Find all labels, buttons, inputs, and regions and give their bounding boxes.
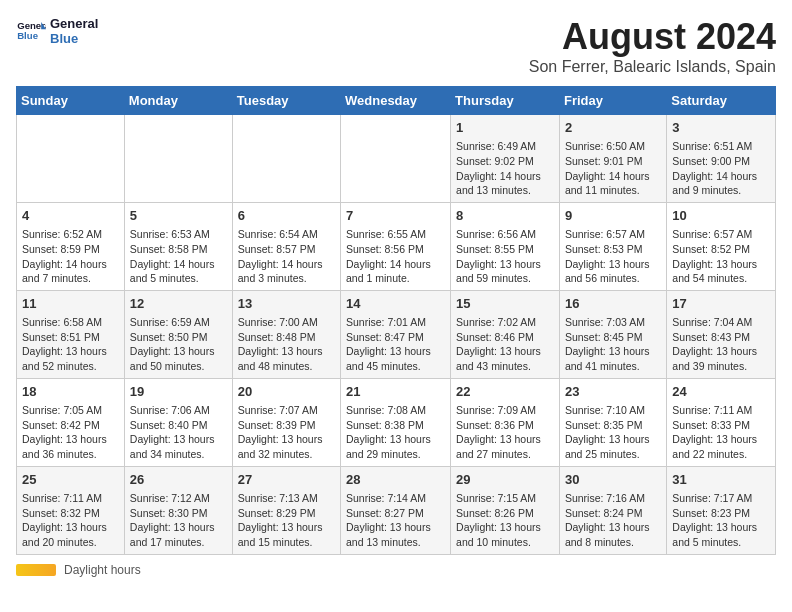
- day-number: 22: [456, 383, 554, 401]
- day-number: 5: [130, 207, 227, 225]
- cell-content: Sunrise: 7:16 AM Sunset: 8:24 PM Dayligh…: [565, 491, 661, 550]
- day-number: 18: [22, 383, 119, 401]
- cell-content: Sunrise: 7:08 AM Sunset: 8:38 PM Dayligh…: [346, 403, 445, 462]
- cell-content: Sunrise: 6:51 AM Sunset: 9:00 PM Dayligh…: [672, 139, 770, 198]
- calendar-cell: 24Sunrise: 7:11 AM Sunset: 8:33 PM Dayli…: [667, 378, 776, 466]
- calendar-cell: 27Sunrise: 7:13 AM Sunset: 8:29 PM Dayli…: [232, 466, 340, 554]
- calendar-cell: 11Sunrise: 6:58 AM Sunset: 8:51 PM Dayli…: [17, 290, 125, 378]
- cell-content: Sunrise: 6:58 AM Sunset: 8:51 PM Dayligh…: [22, 315, 119, 374]
- day-number: 6: [238, 207, 335, 225]
- day-number: 24: [672, 383, 770, 401]
- main-title: August 2024: [529, 16, 776, 58]
- day-number: 3: [672, 119, 770, 137]
- calendar-cell: 19Sunrise: 7:06 AM Sunset: 8:40 PM Dayli…: [124, 378, 232, 466]
- calendar-cell: 29Sunrise: 7:15 AM Sunset: 8:26 PM Dayli…: [451, 466, 560, 554]
- cell-content: Sunrise: 7:09 AM Sunset: 8:36 PM Dayligh…: [456, 403, 554, 462]
- calendar-cell: 1Sunrise: 6:49 AM Sunset: 9:02 PM Daylig…: [451, 115, 560, 203]
- cell-content: Sunrise: 6:53 AM Sunset: 8:58 PM Dayligh…: [130, 227, 227, 286]
- logo: General Blue General Blue: [16, 16, 98, 46]
- calendar-cell: 8Sunrise: 6:56 AM Sunset: 8:55 PM Daylig…: [451, 202, 560, 290]
- calendar-cell: 4Sunrise: 6:52 AM Sunset: 8:59 PM Daylig…: [17, 202, 125, 290]
- cell-content: Sunrise: 6:52 AM Sunset: 8:59 PM Dayligh…: [22, 227, 119, 286]
- calendar-header-row: SundayMondayTuesdayWednesdayThursdayFrid…: [17, 87, 776, 115]
- cell-content: Sunrise: 6:59 AM Sunset: 8:50 PM Dayligh…: [130, 315, 227, 374]
- day-number: 11: [22, 295, 119, 313]
- calendar-cell: 20Sunrise: 7:07 AM Sunset: 8:39 PM Dayli…: [232, 378, 340, 466]
- day-number: 25: [22, 471, 119, 489]
- day-number: 2: [565, 119, 661, 137]
- logo-text-blue: Blue: [50, 31, 98, 46]
- calendar-cell: 22Sunrise: 7:09 AM Sunset: 8:36 PM Dayli…: [451, 378, 560, 466]
- cell-content: Sunrise: 7:00 AM Sunset: 8:48 PM Dayligh…: [238, 315, 335, 374]
- logo-text-general: General: [50, 16, 98, 31]
- cell-content: Sunrise: 7:07 AM Sunset: 8:39 PM Dayligh…: [238, 403, 335, 462]
- day-header-saturday: Saturday: [667, 87, 776, 115]
- calendar-cell: 26Sunrise: 7:12 AM Sunset: 8:30 PM Dayli…: [124, 466, 232, 554]
- calendar-cell: 14Sunrise: 7:01 AM Sunset: 8:47 PM Dayli…: [341, 290, 451, 378]
- calendar-week-3: 11Sunrise: 6:58 AM Sunset: 8:51 PM Dayli…: [17, 290, 776, 378]
- day-number: 26: [130, 471, 227, 489]
- day-number: 28: [346, 471, 445, 489]
- subtitle: Son Ferrer, Balearic Islands, Spain: [529, 58, 776, 76]
- calendar-week-2: 4Sunrise: 6:52 AM Sunset: 8:59 PM Daylig…: [17, 202, 776, 290]
- cell-content: Sunrise: 6:49 AM Sunset: 9:02 PM Dayligh…: [456, 139, 554, 198]
- day-number: 9: [565, 207, 661, 225]
- cell-content: Sunrise: 7:06 AM Sunset: 8:40 PM Dayligh…: [130, 403, 227, 462]
- day-number: 7: [346, 207, 445, 225]
- daylight-bar-icon: [16, 564, 56, 576]
- calendar-week-1: 1Sunrise: 6:49 AM Sunset: 9:02 PM Daylig…: [17, 115, 776, 203]
- day-number: 14: [346, 295, 445, 313]
- day-number: 23: [565, 383, 661, 401]
- svg-text:Blue: Blue: [17, 30, 38, 41]
- day-number: 8: [456, 207, 554, 225]
- daylight-label: Daylight hours: [64, 563, 141, 577]
- calendar-cell: 5Sunrise: 6:53 AM Sunset: 8:58 PM Daylig…: [124, 202, 232, 290]
- calendar-cell: 6Sunrise: 6:54 AM Sunset: 8:57 PM Daylig…: [232, 202, 340, 290]
- cell-content: Sunrise: 7:04 AM Sunset: 8:43 PM Dayligh…: [672, 315, 770, 374]
- calendar-cell: 7Sunrise: 6:55 AM Sunset: 8:56 PM Daylig…: [341, 202, 451, 290]
- day-number: 21: [346, 383, 445, 401]
- calendar-cell: 25Sunrise: 7:11 AM Sunset: 8:32 PM Dayli…: [17, 466, 125, 554]
- day-header-wednesday: Wednesday: [341, 87, 451, 115]
- calendar-week-4: 18Sunrise: 7:05 AM Sunset: 8:42 PM Dayli…: [17, 378, 776, 466]
- calendar-cell: 31Sunrise: 7:17 AM Sunset: 8:23 PM Dayli…: [667, 466, 776, 554]
- calendar-cell: 12Sunrise: 6:59 AM Sunset: 8:50 PM Dayli…: [124, 290, 232, 378]
- cell-content: Sunrise: 6:55 AM Sunset: 8:56 PM Dayligh…: [346, 227, 445, 286]
- day-number: 13: [238, 295, 335, 313]
- day-number: 12: [130, 295, 227, 313]
- calendar-cell: 21Sunrise: 7:08 AM Sunset: 8:38 PM Dayli…: [341, 378, 451, 466]
- day-header-tuesday: Tuesday: [232, 87, 340, 115]
- calendar-cell: 15Sunrise: 7:02 AM Sunset: 8:46 PM Dayli…: [451, 290, 560, 378]
- calendar-cell: 13Sunrise: 7:00 AM Sunset: 8:48 PM Dayli…: [232, 290, 340, 378]
- title-section: August 2024 Son Ferrer, Balearic Islands…: [529, 16, 776, 76]
- day-header-monday: Monday: [124, 87, 232, 115]
- calendar-cell: 10Sunrise: 6:57 AM Sunset: 8:52 PM Dayli…: [667, 202, 776, 290]
- cell-content: Sunrise: 7:11 AM Sunset: 8:33 PM Dayligh…: [672, 403, 770, 462]
- day-number: 29: [456, 471, 554, 489]
- calendar-cell: [17, 115, 125, 203]
- cell-content: Sunrise: 6:57 AM Sunset: 8:52 PM Dayligh…: [672, 227, 770, 286]
- day-header-thursday: Thursday: [451, 87, 560, 115]
- cell-content: Sunrise: 7:01 AM Sunset: 8:47 PM Dayligh…: [346, 315, 445, 374]
- cell-content: Sunrise: 7:11 AM Sunset: 8:32 PM Dayligh…: [22, 491, 119, 550]
- cell-content: Sunrise: 6:56 AM Sunset: 8:55 PM Dayligh…: [456, 227, 554, 286]
- day-number: 27: [238, 471, 335, 489]
- calendar-table: SundayMondayTuesdayWednesdayThursdayFrid…: [16, 86, 776, 555]
- day-number: 16: [565, 295, 661, 313]
- cell-content: Sunrise: 7:02 AM Sunset: 8:46 PM Dayligh…: [456, 315, 554, 374]
- calendar-body: 1Sunrise: 6:49 AM Sunset: 9:02 PM Daylig…: [17, 115, 776, 555]
- cell-content: Sunrise: 7:10 AM Sunset: 8:35 PM Dayligh…: [565, 403, 661, 462]
- day-number: 4: [22, 207, 119, 225]
- calendar-cell: 3Sunrise: 6:51 AM Sunset: 9:00 PM Daylig…: [667, 115, 776, 203]
- cell-content: Sunrise: 7:13 AM Sunset: 8:29 PM Dayligh…: [238, 491, 335, 550]
- cell-content: Sunrise: 7:15 AM Sunset: 8:26 PM Dayligh…: [456, 491, 554, 550]
- calendar-cell: 23Sunrise: 7:10 AM Sunset: 8:35 PM Dayli…: [559, 378, 666, 466]
- calendar-cell: 9Sunrise: 6:57 AM Sunset: 8:53 PM Daylig…: [559, 202, 666, 290]
- day-number: 30: [565, 471, 661, 489]
- cell-content: Sunrise: 7:03 AM Sunset: 8:45 PM Dayligh…: [565, 315, 661, 374]
- cell-content: Sunrise: 6:50 AM Sunset: 9:01 PM Dayligh…: [565, 139, 661, 198]
- day-header-sunday: Sunday: [17, 87, 125, 115]
- calendar-cell: 16Sunrise: 7:03 AM Sunset: 8:45 PM Dayli…: [559, 290, 666, 378]
- day-header-friday: Friday: [559, 87, 666, 115]
- calendar-cell: [124, 115, 232, 203]
